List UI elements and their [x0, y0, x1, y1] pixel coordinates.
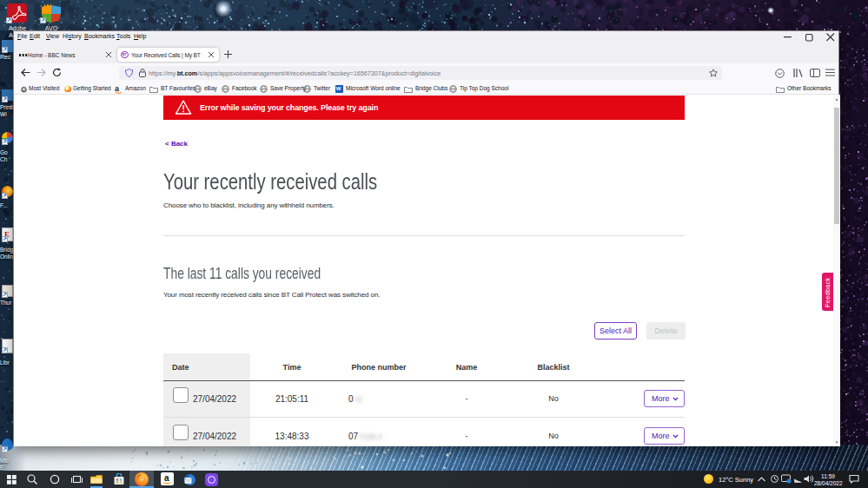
- svg-text:a: a: [115, 85, 120, 93]
